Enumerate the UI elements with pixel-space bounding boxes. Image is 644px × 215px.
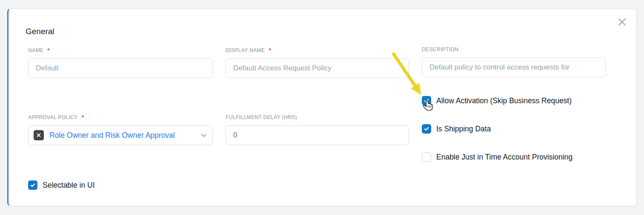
- allow-activation-label: Allow Activation (Skip Business Request): [436, 96, 572, 105]
- approval-policy-selected-value: Role Owner and Risk Owner Approval: [49, 131, 198, 140]
- chevron-down-icon[interactable]: [200, 132, 207, 139]
- section-title: General: [26, 27, 54, 36]
- display-name-input[interactable]: [226, 58, 409, 78]
- selectable-in-ui-checkbox[interactable]: [28, 180, 37, 190]
- name-input[interactable]: [28, 58, 213, 78]
- allow-activation-row[interactable]: Allow Activation (Skip Business Request): [422, 96, 572, 105]
- required-asterisk: *: [82, 114, 84, 120]
- close-x-glyph: [617, 17, 627, 27]
- checkmark-icon: [424, 126, 429, 132]
- approval-policy-field-group: APPROVAL POLICY * Role Owner and Risk Ow…: [28, 114, 213, 145]
- page-background: { "dialog": { "title": "General" }, "req…: [0, 0, 644, 215]
- chevron-glyph: [200, 132, 207, 139]
- checkmark-icon: [424, 98, 429, 104]
- selectable-in-ui-row[interactable]: Selectable in UI: [28, 180, 95, 190]
- selectable-in-ui-label: Selectable in UI: [43, 181, 95, 190]
- name-field-group: NAME *: [28, 47, 213, 78]
- fulfillment-delay-input[interactable]: [226, 125, 409, 145]
- name-label: NAME: [28, 47, 43, 53]
- x-glyph: [36, 133, 41, 138]
- approval-policy-label: APPROVAL POLICY: [28, 114, 78, 120]
- policy-general-dialog: General NAME * DISPLAY NAME * DESCRIPTIO…: [7, 9, 637, 206]
- required-asterisk: *: [47, 47, 49, 53]
- description-label: DESCRIPTION: [422, 46, 458, 52]
- annotation-arrow: [9, 9, 638, 206]
- is-shipping-data-row[interactable]: Is Shipping Data: [422, 124, 491, 134]
- description-input[interactable]: [422, 58, 606, 77]
- fulfillment-delay-field-group: FULFILLMENT DELAY (HRS): [226, 114, 409, 145]
- approval-policy-select[interactable]: Role Owner and Risk Owner Approval: [28, 125, 213, 145]
- is-shipping-data-checkbox[interactable]: [422, 124, 431, 134]
- required-asterisk: *: [269, 47, 271, 53]
- jit-provisioning-row[interactable]: Enable Just in Time Account Provisioning: [422, 152, 572, 162]
- display-name-label: DISPLAY NAME: [226, 47, 265, 53]
- description-field-group: DESCRIPTION: [422, 46, 606, 77]
- remove-x-icon[interactable]: [34, 130, 44, 140]
- allow-activation-checkbox[interactable]: [422, 96, 431, 105]
- jit-provisioning-checkbox[interactable]: [422, 152, 431, 162]
- is-shipping-data-label: Is Shipping Data: [436, 125, 491, 134]
- checkmark-icon: [30, 182, 36, 188]
- close-icon[interactable]: [615, 15, 629, 29]
- display-name-field-group: DISPLAY NAME *: [226, 47, 409, 78]
- jit-provisioning-label: Enable Just in Time Account Provisioning: [436, 153, 572, 162]
- fulfillment-delay-label: FULFILLMENT DELAY (HRS): [226, 114, 297, 120]
